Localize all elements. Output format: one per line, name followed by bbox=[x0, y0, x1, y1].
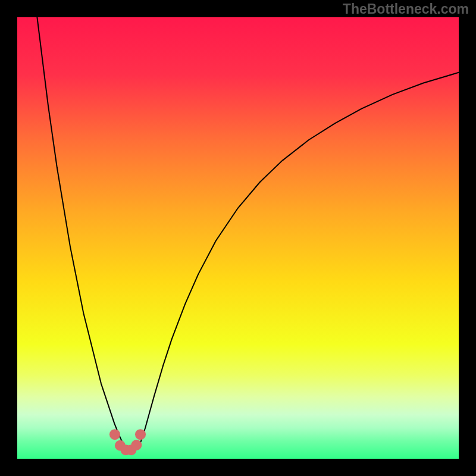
marker-point bbox=[135, 429, 146, 440]
chart-frame: TheBottleneck.com bbox=[0, 0, 476, 476]
gradient-area bbox=[17, 17, 459, 459]
marker-point bbox=[131, 440, 142, 450]
watermark-label: TheBottleneck.com bbox=[343, 1, 469, 17]
chart-plot bbox=[17, 17, 459, 459]
marker-point bbox=[109, 429, 120, 440]
